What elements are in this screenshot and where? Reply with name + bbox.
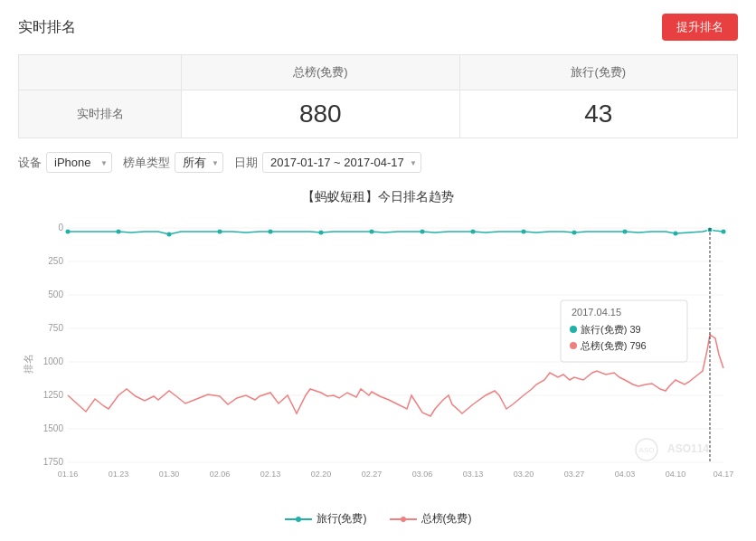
col1-value: 880 [182, 90, 460, 138]
row-header-empty [19, 55, 182, 90]
svg-text:03.27: 03.27 [564, 470, 585, 479]
filters-bar: 设备 iPhone iPad Android 榜单类型 所有 免费 付费 日期 … [18, 152, 738, 173]
svg-text:01.23: 01.23 [109, 470, 129, 479]
svg-text:01.16: 01.16 [58, 470, 79, 479]
teal-dot [421, 230, 425, 234]
svg-text:04.03: 04.03 [615, 470, 636, 479]
device-label: 设备 [18, 155, 42, 171]
svg-text:1000: 1000 [43, 356, 64, 366]
legend-line-red-icon [390, 518, 417, 520]
teal-dot [218, 230, 222, 234]
col2-value: 43 [459, 90, 738, 138]
svg-text:03.06: 03.06 [412, 470, 433, 479]
promote-button[interactable]: 提升排名 [662, 14, 738, 41]
date-filter: 日期 2017-01-17 ~ 2017-04-17 [234, 152, 421, 173]
chart-title: 【蚂蚁短租】今日排名趋势 [18, 189, 738, 205]
col2-header: 旅行(免费) [459, 55, 738, 90]
date-select[interactable]: 2017-01-17 ~ 2017-04-17 [262, 152, 421, 173]
legend-line-teal-icon [285, 518, 312, 520]
type-filter: 榜单类型 所有 免费 付费 [123, 152, 223, 173]
teal-dot [471, 230, 476, 234]
type-select[interactable]: 所有 免费 付费 [175, 152, 223, 173]
svg-text:250: 250 [48, 256, 63, 266]
legend-teal-label: 旅行(免费) [317, 511, 367, 527]
row-header-label: 实时排名 [19, 90, 182, 138]
legend-item-red: 总榜(免费) [390, 511, 472, 527]
chart-container: 排名 0 250 500 750 1000 1250 1500 1750 [18, 214, 738, 504]
svg-text:1750: 1750 [43, 457, 64, 467]
teal-dot [66, 230, 71, 234]
tooltip-date: 2017.04.15 [572, 307, 621, 318]
page-title: 实时排名 [18, 18, 76, 37]
teal-dot [722, 230, 726, 234]
teal-dot [623, 230, 628, 234]
page-header: 实时排名 提升排名 [18, 14, 738, 41]
type-select-wrapper[interactable]: 所有 免费 付费 [175, 152, 223, 173]
svg-text:1500: 1500 [43, 423, 64, 433]
svg-text:500: 500 [48, 289, 63, 299]
col1-header: 总榜(免费) [182, 55, 460, 90]
date-label: 日期 [234, 155, 258, 171]
teal-dot [269, 230, 273, 234]
svg-text:750: 750 [48, 323, 63, 333]
chart-legend: 旅行(免费) 总榜(免费) [18, 511, 738, 527]
teal-dot [370, 230, 374, 234]
svg-text:04.17: 04.17 [713, 470, 734, 479]
device-select-wrapper[interactable]: iPhone iPad Android [46, 152, 112, 173]
svg-text:03.20: 03.20 [514, 470, 534, 479]
device-select[interactable]: iPhone iPad Android [46, 152, 112, 173]
svg-text:02.20: 02.20 [311, 470, 332, 479]
ranking-table: 总榜(免费) 旅行(免费) 实时排名 880 43 [18, 54, 738, 138]
svg-text:03.13: 03.13 [463, 470, 484, 479]
chart-section: 【蚂蚁短租】今日排名趋势 排名 0 250 500 750 1000 12 [18, 189, 738, 527]
svg-text:0: 0 [58, 223, 63, 233]
teal-dot [572, 231, 577, 235]
y-axis-label: 排名 [23, 354, 33, 374]
legend-item-teal: 旅行(免费) [285, 511, 367, 527]
teal-dot [167, 233, 172, 237]
teal-dot [674, 232, 678, 236]
tooltip-dot-red [570, 342, 577, 349]
teal-dot [522, 230, 526, 234]
watermark-text: ASO114 [667, 442, 709, 455]
tooltip-line1: 旅行(免费) 39 [581, 324, 641, 335]
svg-text:01.30: 01.30 [159, 470, 180, 479]
svg-text:04.10: 04.10 [666, 470, 686, 479]
date-select-wrapper[interactable]: 2017-01-17 ~ 2017-04-17 [262, 152, 421, 173]
tooltip-dot-teal [570, 326, 577, 333]
watermark-inner: ASO [639, 446, 655, 454]
type-label: 榜单类型 [123, 155, 170, 171]
svg-text:02.06: 02.06 [210, 470, 231, 479]
tooltip-line2: 总榜(免费) 796 [580, 340, 647, 351]
teal-dot [117, 230, 121, 234]
svg-text:02.27: 02.27 [362, 470, 383, 479]
teal-dot [319, 231, 324, 235]
legend-red-label: 总榜(免费) [421, 511, 472, 527]
chart-svg: 排名 0 250 500 750 1000 1250 1500 1750 [18, 214, 738, 504]
svg-text:02.13: 02.13 [260, 470, 281, 479]
svg-text:1250: 1250 [43, 390, 64, 400]
device-filter: 设备 iPhone iPad Android [18, 152, 112, 173]
